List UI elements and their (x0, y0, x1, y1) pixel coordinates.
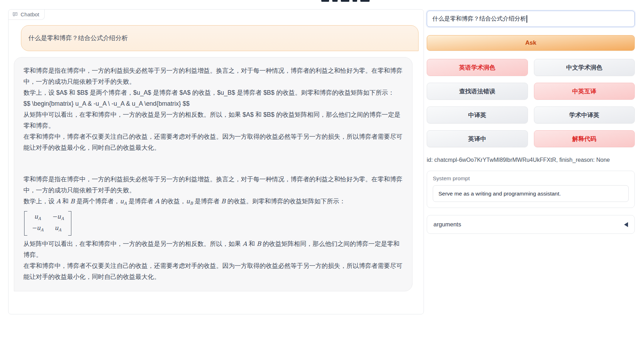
chatbot-panel: Chatbot 什么是零和博弈？结合公式介绍分析 零和博弈是指在博弈中，一方的利… (8, 9, 424, 314)
system-prompt-label: System prompt (433, 175, 629, 182)
ask-button-label: Ask (525, 39, 536, 46)
bot-rendered-paragraph-1: 零和博弈是指在博弈中，一方的利益损失必然等于另一方的利益增益。换言之，对于每一种… (23, 174, 403, 196)
bot-raw-paragraph-1: 零和博弈是指在博弈中，一方的利益损失必然等于另一方的利益增益。换言之，对于每一种… (23, 65, 403, 87)
matrix-cell: uA (52, 224, 64, 235)
matrix-left-bracket (24, 211, 27, 236)
chat-message-list: 什么是零和博弈？结合公式介绍分析 零和博弈是指在博弈中，一方的利益损失必然等于另… (9, 10, 424, 291)
payoff-matrix: uA−uA−uAuA (23, 209, 403, 238)
zh-to-en-button[interactable]: 中译英 (427, 106, 528, 123)
question-input[interactable]: 什么是零和博弈？结合公式介绍分析 (427, 11, 635, 27)
completion-status-line: id: chatcmpl-6wOo7KrYTwMl89lbrMWRu4UkFFX… (427, 157, 635, 163)
chat-bubble-icon (12, 11, 18, 17)
bot-raw-paragraph-4: 在零和博弈中，博弈者不仅要关注自己的收益，还需要考虑对手的收益。因为一方取得的收… (23, 131, 403, 153)
zh-academic-polish-button-label: 中文学术润色 (566, 64, 602, 72)
en-academic-polish-button-label: 英语学术润色 (459, 64, 495, 72)
academic-zh-to-en-button-label: 学术中译英 (569, 111, 599, 119)
matrix-cell: −uA (52, 212, 64, 223)
system-prompt-input[interactable]: Serve me as a writing and programming as… (433, 185, 629, 202)
ask-button[interactable]: Ask (427, 35, 635, 51)
accordion-collapsed-triangle-icon (624, 222, 628, 227)
system-prompt-block: System prompt Serve me as a writing and … (427, 171, 635, 208)
clipped-page-title (321, 0, 370, 2)
text-cursor (526, 15, 527, 23)
question-input-value: 什么是零和博弈？结合公式介绍分析 (432, 15, 526, 23)
matrix-cell: uA (32, 212, 44, 223)
payoff-matrix-inner: uA−uA−uAuA (24, 211, 71, 236)
chatbot-panel-label: Chatbot (9, 10, 45, 20)
matrix-cell: −uA (32, 224, 44, 235)
zh-en-mutual-translate-button[interactable]: 中英互译 (534, 83, 635, 100)
user-message-text: 什么是零和博弈？结合公式介绍分析 (28, 34, 128, 42)
matrix-cells: uA−uA−uAuA (27, 211, 68, 236)
user-message-bubble: 什么是零和博弈？结合公式介绍分析 (21, 25, 419, 51)
system-prompt-value: Serve me as a writing and programming as… (438, 191, 561, 197)
bot-raw-paragraph-3: 从矩阵中可以看出，在零和博弈中，一方的收益是另一方的相反数。所以，如果 $A$ … (23, 109, 403, 131)
find-grammar-errors-button[interactable]: 查找语法错误 (427, 83, 528, 100)
explain-code-button[interactable]: 解释代码 (534, 130, 635, 147)
function-button-grid: 英语学术润色中文学术润色查找语法错误中英互译中译英学术中译英英译中解释代码 (427, 59, 635, 147)
zh-en-mutual-translate-button-label: 中英互译 (572, 87, 596, 95)
chatbot-panel-label-text: Chatbot (21, 11, 39, 17)
bot-rendered-paragraph-4: 在零和博弈中，博弈者不仅要关注自己的收益，还需要考虑对手的收益。因为一方取得的收… (23, 260, 403, 282)
bot-message-bubble: 零和博弈是指在博弈中，一方的利益损失必然等于另一方的利益增益。换言之，对于每一种… (14, 57, 413, 291)
en-to-zh-button-label: 英译中 (468, 135, 486, 143)
bot-message-gap (23, 153, 403, 174)
en-to-zh-button[interactable]: 英译中 (427, 130, 528, 147)
bot-rendered-paragraph-3: 从矩阵中可以看出，在零和博弈中，一方的收益是另一方的相反数。所以，如果 A 和 … (23, 238, 403, 260)
en-academic-polish-button[interactable]: 英语学术润色 (427, 59, 528, 76)
bot-raw-latex-line: $$ \begin{bmatrix} u_A & -u_A \ -u_A & u… (23, 98, 403, 109)
controls-column: 什么是零和博弈？结合公式介绍分析 Ask 英语学术润色中文学术润色查找语法错误中… (427, 11, 635, 234)
bot-raw-paragraph-2: 数学上，设 $A$ 和 $B$ 是两个博弈者，$u_A$ 是博弈者 $A$ 的收… (23, 87, 403, 98)
find-grammar-errors-button-label: 查找语法错误 (459, 87, 495, 95)
explain-code-button-label: 解释代码 (572, 135, 596, 143)
arguments-accordion-header[interactable]: arguments (427, 215, 635, 234)
matrix-right-bracket (68, 211, 71, 236)
academic-zh-to-en-button[interactable]: 学术中译英 (534, 106, 635, 123)
app-window: Chatbot 什么是零和博弈？结合公式介绍分析 零和博弈是指在博弈中，一方的利… (0, 0, 644, 341)
bot-rendered-paragraph-2: 数学上，设 A 和 B 是两个博弈者，uA 是博弈者 A 的收益，uB 是博弈者… (23, 196, 403, 209)
arguments-accordion-label: arguments (433, 221, 461, 228)
zh-to-en-button-label: 中译英 (468, 111, 486, 119)
zh-academic-polish-button[interactable]: 中文学术润色 (534, 59, 635, 76)
